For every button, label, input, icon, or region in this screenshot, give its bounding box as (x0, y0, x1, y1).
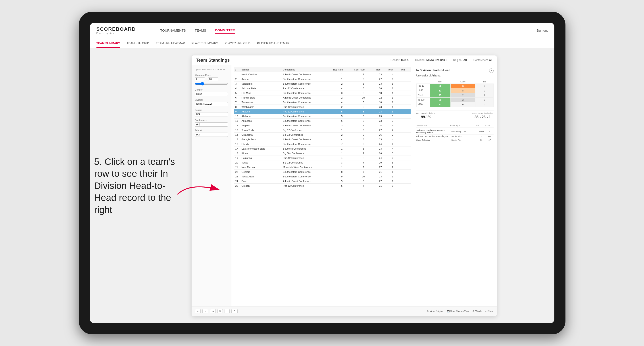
subnav-player-summary[interactable]: PLAYER SUMMARY (192, 41, 218, 48)
control-conference: Conference (All) (195, 119, 228, 127)
share-button[interactable]: ↗ Share (485, 310, 494, 312)
cell-num: 23 (234, 174, 240, 179)
table-row[interactable]: 16 Florida Southeastern Conference 7 9 2… (234, 142, 410, 146)
view-original-button[interactable]: 👁 View: Original (427, 310, 444, 312)
table-row[interactable]: 21 New Mexico Mountain West Conference 1… (234, 165, 410, 170)
subnav-team-summary[interactable]: TEAM SUMMARY (96, 41, 120, 48)
nav-tournaments[interactable]: TOURNAMENTS (160, 27, 186, 33)
table-row[interactable]: 4 Arizona State Pac-12 Conference 4 6 26… (234, 86, 410, 91)
cell-tour: 1 (386, 86, 399, 91)
nav-committee[interactable]: COMMITTEE (215, 27, 235, 34)
col-num: # (234, 67, 240, 72)
panel-body: Update time: 27/03/2024 16:56:26 Minimum… (192, 65, 497, 306)
h2h-stats: Opponents in division: 99.1% W-L-T recor… (416, 110, 494, 121)
undo-button[interactable]: ↩ (195, 309, 201, 313)
region-select[interactable]: N/A (195, 112, 228, 116)
tournament-row-3[interactable]: Cabo Collegiate Stroke Play 11 17 (416, 138, 494, 142)
min-rounds-max-input[interactable] (208, 77, 218, 81)
add-button[interactable]: + (224, 309, 230, 313)
table-row[interactable]: 15 Georgia Tech Atlantic Coast Conferenc… (234, 137, 410, 142)
cell-school: Arizona (240, 109, 281, 114)
table-row[interactable]: 7 Tennessee Southeastern Conference 4 6 … (234, 100, 410, 105)
watch-icon: 👁 (472, 310, 474, 312)
min-rounds-slider[interactable] (195, 82, 228, 86)
h2h-row-26-50[interactable]: 26-50 25 2 1 (416, 93, 493, 97)
table-row[interactable]: 3 Vanderbilt Southeastern Conference 2 8… (234, 81, 410, 86)
cell-tour: 1 (386, 105, 399, 109)
table-row[interactable]: 20 Texas Big 12 Conference 3 7 20 3 (234, 160, 410, 165)
table-row[interactable]: 22 Georgia Southeastern Conference 8 7 2… (234, 170, 410, 174)
table-row[interactable]: 5 Ole Miss Southeastern Conference 3 6 1… (234, 91, 410, 95)
tournament-score-2: -17 (486, 135, 494, 138)
forward-button[interactable]: ⇥ (210, 309, 216, 313)
table-row[interactable]: 23 Texas A&M Southeastern Conference 9 1… (234, 174, 410, 179)
table-row[interactable]: 10 Alabama Southeastern Conference 5 8 2… (234, 114, 410, 118)
cell-reg-rank: 5 (332, 114, 352, 118)
table-row[interactable]: 25 Oregon Pac-12 Conference 5 7 21 0 (234, 183, 410, 188)
table-row[interactable]: 17 East Tennessee State Southern Confere… (234, 146, 410, 151)
division-select[interactable]: NCAA Division I (195, 102, 228, 106)
h2h-col-tie: Tie (476, 80, 493, 84)
cell-win (399, 151, 410, 156)
table-row[interactable]: 13 Texas Tech Big 12 Conference 1 9 27 2 (234, 128, 410, 132)
filter-gender: Gender: Men's (390, 59, 408, 62)
update-time: Update time: 27/03/2024 16:56:26 (195, 68, 228, 71)
table-row[interactable]: 8 Washington Pac-12 Conference 2 8 23 1 (234, 105, 410, 109)
min-rounds-min-input[interactable] (195, 77, 205, 81)
table-row[interactable]: 1 North Carolina Atlantic Coast Conferen… (234, 72, 410, 77)
tournament-event-1: Match Play Loss (451, 130, 477, 133)
gender-select[interactable]: Men's (195, 92, 228, 96)
table-row[interactable]: 18 Illinois Big Ten Conference 1 9 26 3 (234, 151, 410, 156)
table-row[interactable]: 14 Oklahoma Big 12 Conference 2 9 26 2 (234, 132, 410, 137)
toolbar-right: 👁 View: Original 💾 Save Custom View 👁 Wa… (427, 310, 493, 312)
table-row[interactable]: 24 Duke Atlantic Coast Conference 5 9 27… (234, 179, 410, 183)
copy-button[interactable]: ⎘ (218, 309, 223, 313)
save-custom-button[interactable]: 💾 Save Custom View (447, 310, 469, 312)
subnav-player-h2h-heatmap[interactable]: PLAYER H2H HEATMAP (257, 41, 289, 48)
opponents-label: Opponents in division: (416, 112, 436, 114)
cell-conference: Atlantic Coast Conference (281, 123, 332, 128)
table-row[interactable]: 6 Florida State Atlantic Coast Conferenc… (234, 95, 410, 100)
table-row[interactable]: 2 Auburn Southeastern Conference 1 9 27 … (234, 77, 410, 81)
cell-num: 4 (234, 86, 240, 91)
view-original-label: View: Original (430, 310, 444, 312)
table-row[interactable]: 9 Arizona Pac-12 Conference 5 8 23 3 (234, 109, 410, 114)
cell-conf-rank: 6 (352, 86, 375, 91)
h2h-row-11-25[interactable]: 11-25 11 8 0 (416, 88, 493, 93)
clock-button[interactable]: ⏱ (232, 309, 238, 313)
nav-teams[interactable]: TEAMS (195, 27, 206, 33)
table-row[interactable]: 19 California Pac-12 Conference 4 8 24 2 (234, 156, 410, 160)
h2h-row-51-100[interactable]: 51-100 20 3 0 (416, 97, 493, 102)
tournament-row-1[interactable]: Jackson T. Stephens Cup Men's Match-Play… (416, 129, 494, 135)
cell-tour: 3 (386, 109, 399, 114)
cell-tour: 1 (386, 174, 399, 179)
table-row[interactable]: 12 Virginia Atlantic Coast Conference 3 … (234, 123, 410, 128)
cell-school: Texas (240, 160, 281, 165)
h2h-row-over100[interactable]: >100 27 0 0 (416, 102, 493, 107)
cell-rds: 18 (374, 91, 386, 95)
h2h-row-top10[interactable]: Top 10 3 13 0 (416, 84, 493, 88)
cell-school: Duke (240, 179, 281, 183)
standings-table: # School Conference Reg Rank Conf Rank R… (234, 67, 410, 188)
redo-step-button[interactable]: ↪ (202, 309, 208, 313)
cell-conf-rank: 8 (352, 123, 375, 128)
col-conf-rank: Conf Rank (352, 67, 375, 72)
conference-value: All (489, 59, 492, 62)
sign-out-button[interactable]: Sign out (532, 29, 548, 32)
cell-win (399, 165, 410, 170)
cell-conference: Southeastern Conference (281, 77, 332, 81)
conference-select[interactable]: (All) (195, 122, 228, 127)
subnav-team-h2h-grid[interactable]: TEAM H2H GRID (127, 41, 149, 48)
subnav-team-h2h-heatmap[interactable]: TEAM H2H HEATMAP (156, 41, 185, 48)
cell-num: 13 (234, 128, 240, 132)
header-right: Sign out (532, 29, 548, 32)
cell-conf-rank: 9 (352, 142, 375, 146)
subnav-player-h2h-grid[interactable]: PLAYER H2H GRID (225, 41, 250, 48)
cell-tour: 4 (386, 146, 399, 151)
cell-tour: 1 (386, 179, 399, 183)
watch-button[interactable]: 👁 Watch (472, 310, 482, 312)
h2h-close-button[interactable]: ✕ (489, 68, 494, 73)
school-select[interactable]: (All) (195, 133, 228, 137)
table-row[interactable]: 11 Arkansas Southeastern Conference 6 8 … (234, 118, 410, 123)
tournament-row-2[interactable]: Arizona Thunderbirds Intercollegiate Str… (416, 135, 494, 138)
